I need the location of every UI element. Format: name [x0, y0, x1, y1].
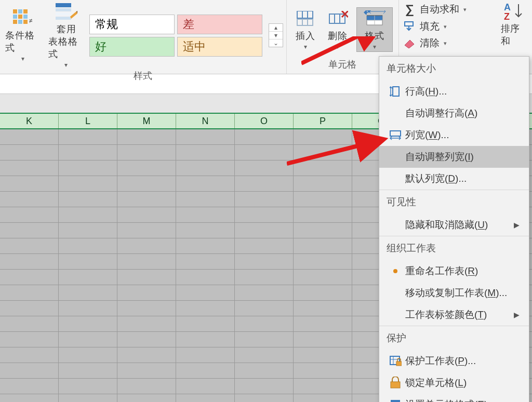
- dropdown-caret-icon: ▾: [336, 43, 340, 50]
- col-header[interactable]: O: [235, 114, 294, 128]
- svg-rect-2: [23, 9, 28, 14]
- dropdown-caret-icon: ▾: [304, 43, 308, 50]
- delete-button[interactable]: 删除 ▾: [324, 8, 351, 51]
- styles-group: ≠ 条件格式 ▾ 套用 表格格: [0, 0, 287, 74]
- lock-cell-icon: [385, 377, 405, 389]
- svg-rect-39: [391, 400, 400, 402]
- fill-down-icon: [402, 21, 417, 32]
- menu-autofit-column-width[interactable]: 自动调整列宽(I): [379, 146, 529, 168]
- menu-tab-color[interactable]: 工作表标签颜色(T) ▶: [379, 304, 529, 326]
- dropdown-caret-icon: ▾: [64, 61, 68, 69]
- gallery-up-icon[interactable]: ▴: [269, 24, 282, 32]
- svg-rect-25: [375, 16, 382, 20]
- menu-move-copy-sheet[interactable]: 移动或复制工作表(M)...: [379, 282, 529, 304]
- insert-label: 插入: [296, 30, 315, 42]
- menu-section-protect: 保护: [379, 326, 529, 350]
- menu-row-height[interactable]: 行高(H)...: [379, 81, 529, 102]
- menu-default-width[interactable]: 默认列宽(D)...: [379, 168, 529, 190]
- style-neutral[interactable]: 适中: [177, 37, 262, 57]
- delete-label: 删除: [328, 30, 348, 42]
- eraser-icon: [402, 38, 417, 48]
- conditional-format-label: 条件格式: [5, 29, 41, 54]
- clear-label: 清除: [420, 36, 440, 50]
- clear-button[interactable]: 清除 ▾: [402, 36, 494, 50]
- style-good[interactable]: 好: [89, 37, 175, 57]
- autosum-button[interactable]: ∑ 自动求和 ▾: [402, 2, 494, 17]
- menu-item-label: 锁定单元格(L): [405, 376, 511, 390]
- menu-section-cellsize: 单元格大小: [379, 57, 529, 81]
- menu-rename-sheet[interactable]: 重命名工作表(R): [379, 260, 529, 282]
- svg-rect-10: [56, 3, 71, 7]
- col-header[interactable]: K: [0, 114, 59, 128]
- svg-rect-29: [405, 22, 413, 26]
- menu-hide-unhide[interactable]: 隐藏和取消隐藏(U) ▶: [379, 214, 529, 236]
- menu-item-label: 工作表标签颜色(T): [405, 308, 511, 321]
- svg-rect-1: [18, 9, 22, 14]
- col-header[interactable]: N: [176, 114, 235, 128]
- fill-label: 填充: [420, 20, 440, 33]
- sort-icon: A Z: [504, 2, 525, 22]
- col-width-icon: [385, 130, 405, 140]
- table-format-label1: 套用: [57, 23, 76, 35]
- col-header[interactable]: L: [59, 114, 117, 128]
- menu-autofit-row-height[interactable]: 自动调整行高(A): [379, 102, 529, 124]
- col-header[interactable]: M: [117, 114, 176, 128]
- dropdown-caret-icon: ▾: [21, 55, 25, 62]
- conditional-format-icon: ≠: [12, 8, 35, 28]
- menu-item-label: 保护工作表(P)...: [405, 354, 511, 368]
- svg-rect-7: [18, 20, 22, 24]
- svg-rect-4: [18, 15, 22, 19]
- sigma-icon: ∑: [402, 2, 417, 17]
- protect-sheet-icon: [385, 355, 405, 367]
- menu-item-label: 设置单元格格式(E)...: [405, 398, 511, 402]
- format-button[interactable]: 格式 ▾: [356, 7, 393, 52]
- autosum-label: 自动求和: [420, 3, 459, 16]
- menu-item-label: 列宽(W)...: [405, 128, 511, 142]
- table-format-label2: 表格格式: [48, 35, 84, 60]
- style-gallery-scroll[interactable]: ▴ ▾ ⌄: [269, 23, 283, 47]
- svg-rect-37: [396, 361, 402, 366]
- gallery-down-icon[interactable]: ▾: [269, 32, 282, 39]
- svg-rect-13: [56, 17, 71, 20]
- svg-rect-14: [297, 11, 313, 18]
- conditional-format-button[interactable]: ≠ 条件格式 ▾: [3, 7, 43, 63]
- fill-button[interactable]: 填充 ▾: [402, 20, 494, 33]
- svg-rect-0: [13, 9, 17, 14]
- menu-section-visibility: 可见性: [379, 190, 529, 214]
- dropdown-caret-icon: ▾: [373, 43, 377, 50]
- styles-group-label: 样式: [134, 70, 152, 82]
- col-header[interactable]: P: [294, 114, 352, 128]
- svg-rect-6: [13, 20, 17, 24]
- style-bad[interactable]: 差: [177, 15, 262, 34]
- dropdown-caret-icon: ▾: [463, 6, 467, 13]
- svg-rect-11: [56, 8, 71, 11]
- submenu-arrow-icon: ▶: [511, 221, 522, 229]
- menu-lock-cell[interactable]: 锁定单元格(L): [379, 372, 529, 394]
- bullet-icon: [393, 269, 397, 273]
- menu-format-cells[interactable]: 设置单元格格式(E)...: [379, 394, 529, 402]
- format-icon: [363, 9, 386, 29]
- svg-rect-8: [23, 20, 28, 24]
- cells-group-label: 单元格: [328, 58, 356, 71]
- svg-rect-17: [297, 19, 313, 25]
- insert-button[interactable]: 插入 ▾: [292, 8, 319, 51]
- insert-cells-icon: [294, 9, 317, 29]
- menu-item-label: 重命名工作表(R): [405, 264, 511, 278]
- svg-rect-12: [56, 12, 71, 16]
- menu-item-label: 自动调整行高(A): [405, 106, 511, 120]
- menu-column-width[interactable]: 列宽(W)...: [379, 124, 529, 146]
- menu-protect-sheet[interactable]: 保护工作表(P)...: [379, 350, 529, 372]
- menu-section-organize: 组织工作表: [379, 236, 529, 260]
- menu-item-label: 移动或复制工作表(M)...: [405, 286, 511, 300]
- table-format-button[interactable]: 套用 表格格式 ▾: [46, 1, 86, 70]
- svg-text:A: A: [504, 2, 511, 12]
- dropdown-caret-icon: ▾: [444, 23, 447, 30]
- row-height-icon: [385, 86, 405, 97]
- svg-rect-32: [393, 87, 399, 96]
- gallery-more-icon[interactable]: ⌄: [269, 39, 282, 47]
- svg-text:Z: Z: [504, 11, 510, 20]
- delete-cells-icon: [326, 9, 349, 29]
- cell-styles-gallery[interactable]: 常规 差 好 适中: [89, 15, 262, 57]
- menu-item-label: 行高(H)...: [405, 85, 511, 98]
- style-normal[interactable]: 常规: [89, 15, 175, 34]
